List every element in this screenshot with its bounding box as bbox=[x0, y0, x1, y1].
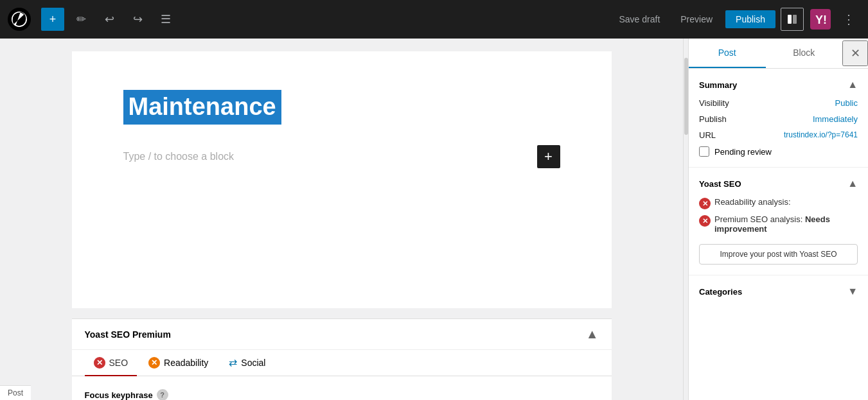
pending-review-checkbox[interactable] bbox=[699, 146, 709, 157]
tools-button[interactable]: ☰ bbox=[154, 8, 177, 31]
readability-issue-text: Readability analysis: bbox=[714, 197, 791, 207]
yoast-panel-header[interactable]: Yoast SEO Premium ▲ bbox=[72, 319, 612, 350]
yoast-body: Focus keyphrase ? Get related keyphrases bbox=[72, 376, 612, 400]
view-toggle-button[interactable] bbox=[781, 8, 804, 31]
publish-label: Publish bbox=[699, 114, 727, 124]
yoast-seo-sidebar-header: Yoast SEO ▲ bbox=[699, 178, 858, 189]
redo-button[interactable]: ↪ bbox=[126, 8, 149, 31]
preview-button[interactable]: Preview bbox=[673, 10, 720, 28]
yoast-collapse-icon[interactable]: ▲ bbox=[586, 327, 599, 342]
post-title[interactable]: Maintenance bbox=[123, 90, 281, 125]
yoast-seo-sidebar-title: Yoast SEO bbox=[699, 179, 741, 189]
readability-issue-icon: ✕ bbox=[699, 198, 711, 209]
help-icon[interactable]: ? bbox=[157, 389, 168, 400]
improve-yoast-button[interactable]: Improve your post with Yoast SEO bbox=[699, 244, 858, 265]
publish-value[interactable]: Immediately bbox=[813, 114, 858, 124]
sidebar-tabs: Post Block ✕ bbox=[689, 39, 868, 69]
visibility-label: Visibility bbox=[699, 98, 729, 108]
yoast-tab-readability[interactable]: ✕ Readability bbox=[139, 350, 217, 376]
main-layout: Maintenance Type / to choose a block + Y… bbox=[0, 39, 868, 400]
yoast-icon[interactable]: Y! bbox=[809, 8, 832, 31]
save-draft-button[interactable]: Save draft bbox=[611, 10, 668, 28]
visibility-value[interactable]: Public bbox=[835, 98, 858, 108]
seo-tab-label: SEO bbox=[109, 358, 128, 368]
tab-block[interactable]: Block bbox=[766, 39, 843, 68]
more-options-button[interactable]: ⋮ bbox=[837, 12, 860, 27]
editor-content: Maintenance Type / to choose a block + bbox=[72, 51, 612, 308]
yoast-tab-social[interactable]: ⇄ Social bbox=[220, 350, 274, 376]
categories-title: Categories bbox=[699, 287, 742, 297]
categories-section: Categories ▼ bbox=[689, 275, 868, 308]
svg-rect-0 bbox=[788, 15, 792, 24]
focus-keyphrase-label: Focus keyphrase ? bbox=[85, 389, 599, 400]
scroll-thumb bbox=[684, 58, 688, 135]
readability-tab-label: Readability bbox=[164, 358, 208, 368]
publish-button[interactable]: Publish bbox=[725, 10, 775, 28]
focus-keyphrase-text: Focus keyphrase bbox=[85, 390, 153, 400]
summary-section-header: Summary ▲ bbox=[699, 79, 858, 91]
block-placeholder: Type / to choose a block + bbox=[123, 140, 560, 173]
pending-review-row: Pending review bbox=[699, 146, 858, 157]
publish-row: Publish Immediately bbox=[699, 114, 858, 124]
yoast-tabs: ✕ SEO ✕ Readability ⇄ Social bbox=[72, 350, 612, 376]
pending-review-label: Pending review bbox=[714, 147, 772, 157]
visibility-row: Visibility Public bbox=[699, 98, 858, 108]
readability-issue: ✕ Readability analysis: bbox=[699, 197, 858, 209]
url-row: URL trustindex.io/?p=7641 bbox=[699, 130, 858, 140]
right-sidebar: Post Block ✕ Summary ▲ Visibility Public… bbox=[688, 39, 868, 400]
edit-icon-button[interactable]: ✏ bbox=[69, 8, 93, 31]
seo-issue-icon: ✕ bbox=[699, 215, 711, 227]
undo-button[interactable]: ↩ bbox=[98, 8, 121, 31]
summary-title: Summary bbox=[699, 80, 737, 90]
sidebar-close-button[interactable]: ✕ bbox=[842, 40, 868, 66]
post-label: Post bbox=[0, 385, 31, 400]
wordpress-logo[interactable] bbox=[8, 8, 31, 31]
tab-post[interactable]: Post bbox=[689, 39, 766, 68]
editor-area: Maintenance Type / to choose a block + Y… bbox=[0, 39, 683, 400]
svg-text:Y!: Y! bbox=[815, 13, 827, 26]
seo-issue: ✕ Premium SEO analysis: Needs improvemen… bbox=[699, 214, 858, 234]
scroll-indicator[interactable] bbox=[683, 39, 688, 400]
placeholder-text: Type / to choose a block bbox=[123, 151, 235, 162]
summary-section: Summary ▲ Visibility Public Publish Imme… bbox=[689, 69, 868, 168]
yoast-seo-collapse-icon[interactable]: ▲ bbox=[847, 178, 858, 189]
yoast-tab-seo[interactable]: ✕ SEO bbox=[85, 350, 137, 376]
yoast-panel-title: Yoast SEO Premium bbox=[85, 329, 171, 340]
topbar: + ✏ ↩ ↪ ☰ Save draft Preview Publish Y! … bbox=[0, 0, 868, 39]
social-tab-label: Social bbox=[241, 358, 265, 368]
yoast-seo-sidebar-section: Yoast SEO ▲ ✕ Readability analysis: ✕ Pr… bbox=[689, 168, 868, 275]
yoast-panel: Yoast SEO Premium ▲ ✕ SEO ✕ Readability … bbox=[72, 318, 612, 400]
seo-tab-icon: ✕ bbox=[94, 357, 105, 369]
readability-tab-icon: ✕ bbox=[148, 357, 160, 369]
url-label: URL bbox=[699, 130, 716, 140]
svg-rect-1 bbox=[793, 15, 797, 24]
categories-header: Categories ▼ bbox=[699, 286, 858, 297]
seo-issue-text: Premium SEO analysis: Needs improvement bbox=[714, 214, 858, 234]
categories-expand-icon[interactable]: ▼ bbox=[847, 286, 858, 297]
add-block-toolbar-button[interactable]: + bbox=[41, 8, 64, 31]
add-block-inline-button[interactable]: + bbox=[537, 145, 560, 168]
summary-collapse-icon[interactable]: ▲ bbox=[847, 79, 858, 91]
social-tab-icon: ⇄ bbox=[229, 356, 237, 369]
url-value[interactable]: trustindex.io/?p=7641 bbox=[784, 130, 858, 139]
